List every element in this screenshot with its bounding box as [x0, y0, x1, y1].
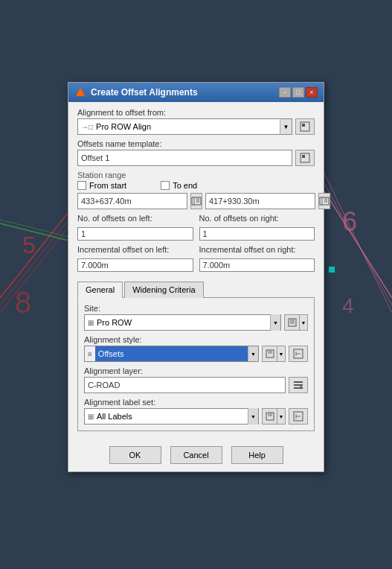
alignment-layer-section: Alignment layer:	[84, 366, 308, 393]
site-dropdown[interactable]: ⊞ Pro ROW ▼	[84, 314, 281, 331]
no-left-label: No. of offsets on left:	[77, 214, 193, 223]
tab-general-content: Site: ⊞ Pro ROW ▼	[77, 298, 315, 431]
svg-text:8: 8	[15, 286, 31, 319]
help-button[interactable]: Help	[231, 446, 283, 464]
site-dropdown-arrow[interactable]: ▼	[270, 314, 280, 331]
site-value: Pro ROW	[97, 318, 270, 327]
inc-left-input[interactable]	[77, 258, 193, 272]
svg-rect-14	[329, 267, 335, 273]
title-bar: Create Offset Alignments − □ ×	[68, 83, 324, 102]
site-btn-group: ▼	[284, 314, 308, 331]
to-end-checkbox[interactable]	[161, 181, 170, 190]
offsets-name-pick-btn[interactable]	[295, 150, 315, 166]
tab-general[interactable]: General	[77, 282, 123, 298]
site-edit-drop[interactable]: ▼	[299, 314, 308, 331]
station-checkboxes: From start To end	[77, 181, 315, 190]
no-right-label: No. of offsets on right:	[199, 214, 315, 223]
minimize-button[interactable]: −	[279, 87, 291, 98]
svg-rect-17	[302, 124, 305, 127]
alignment-label: Alignment to offset from:	[77, 108, 315, 117]
alignment-style-drop[interactable]: ▼	[277, 346, 286, 362]
alignment-row: →□ Pro ROW Align ▼	[77, 118, 315, 135]
alignment-value: Pro ROW Align	[96, 122, 280, 131]
alignment-label-set-section: Alignment label set: ⊞ All Labels ▼	[84, 398, 308, 425]
inc-right-col: Incremental offset on right:	[199, 245, 315, 272]
app-icon	[74, 86, 86, 98]
close-button[interactable]: ×	[306, 87, 318, 98]
dialog-buttons-row: OK Cancel Help	[68, 440, 324, 471]
label-set-arrow[interactable]: ▼	[248, 408, 258, 425]
alignment-dropdown-arrow[interactable]: ▼	[280, 118, 292, 135]
num-offsets-row: No. of offsets on left: No. of offsets o…	[77, 214, 315, 241]
to-end-label: To end	[173, 181, 197, 190]
window-controls: − □ ×	[279, 87, 318, 98]
alignment-style-arrow[interactable]: ▼	[248, 346, 258, 362]
svg-rect-25	[320, 197, 329, 205]
to-end-item: To end	[161, 181, 197, 190]
alignment-style-value: Offsets	[95, 346, 248, 361]
alignment-label-set-dropdown[interactable]: ⊞ All Labels ▼	[84, 408, 259, 425]
alignment-label-set-label: Alignment label set:	[84, 398, 308, 407]
alignment-style-edit-btn[interactable]	[262, 346, 277, 362]
inc-left-col: Incremental offset on left:	[77, 245, 193, 272]
svg-rect-41	[294, 384, 303, 386]
inc-left-label: Incremental offset on left:	[77, 245, 193, 254]
alignment-dropdown[interactable]: →□ Pro ROW Align ▼	[77, 118, 292, 135]
alignment-style-section: Alignment style: ≡ Offsets ▼	[84, 335, 308, 362]
alignment-style-row: ≡ Offsets ▼	[84, 346, 308, 362]
svg-text:5: 5	[22, 232, 36, 258]
alignment-layer-btn[interactable]	[289, 377, 308, 393]
alignment-section: Alignment to offset from: →□ Pro ROW Ali…	[77, 108, 315, 135]
station-start-btn[interactable]	[190, 193, 202, 209]
station-end-btn[interactable]	[318, 193, 330, 209]
svg-rect-20	[192, 197, 201, 205]
offsets-name-input[interactable]	[77, 150, 292, 166]
alignment-label-set-value: All Labels	[97, 412, 248, 421]
label-set-drop[interactable]: ▼	[277, 408, 286, 425]
tabs-area: General Widening Criteria Site: ⊞ Pro RO…	[77, 278, 315, 434]
alignment-layer-input[interactable]	[84, 377, 286, 393]
dialog-title: Create Offset Alignments	[91, 87, 198, 98]
station-start-input[interactable]	[77, 193, 187, 209]
station-range-label: Station range	[77, 171, 315, 179]
alignment-style-dropdown[interactable]: ≡ Offsets ▼	[84, 346, 259, 362]
site-row: ⊞ Pro ROW ▼	[84, 314, 308, 331]
inc-offset-row: Incremental offset on left: Incremental …	[77, 245, 315, 272]
svg-rect-34	[266, 350, 274, 357]
station-range-section: Station range From start To end	[77, 171, 315, 209]
no-right-input[interactable]	[199, 227, 315, 241]
from-start-checkbox[interactable]	[77, 181, 86, 190]
dialog-content: Alignment to offset from: →□ Pro ROW Ali…	[68, 102, 324, 440]
cancel-button[interactable]: Cancel	[170, 446, 222, 464]
maximize-button[interactable]: □	[292, 87, 304, 98]
tab-widening[interactable]: Widening Criteria	[124, 282, 203, 298]
tab-bar: General Widening Criteria	[77, 281, 315, 298]
label-set-info-btn[interactable]	[289, 408, 308, 425]
svg-rect-19	[302, 155, 305, 158]
svg-marker-15	[76, 88, 85, 96]
num-offsets-right-col: No. of offsets on right:	[199, 214, 315, 241]
alignment-pick-btn[interactable]	[295, 118, 315, 135]
station-inputs-row	[77, 193, 315, 209]
from-start-label: From start	[89, 181, 126, 190]
site-edit-btn[interactable]	[284, 314, 299, 331]
inc-right-label: Incremental offset on right:	[199, 245, 315, 254]
label-set-edit-btn[interactable]	[262, 408, 277, 425]
ok-button[interactable]: OK	[109, 446, 161, 464]
offsets-name-section: Offsets name template:	[77, 139, 315, 166]
alignment-label-set-row: ⊞ All Labels ▼	[84, 408, 308, 425]
inc-right-input[interactable]	[199, 258, 315, 272]
alignment-style-info-btn[interactable]	[289, 346, 308, 362]
svg-rect-30	[289, 319, 296, 326]
alignment-style-edit-group: ▼	[262, 346, 286, 362]
no-left-input[interactable]	[77, 227, 193, 241]
num-offsets-left-col: No. of offsets on left:	[77, 214, 193, 241]
alignment-layer-label: Alignment layer:	[84, 366, 308, 375]
offsets-name-label: Offsets name template:	[77, 139, 315, 148]
site-section: Site: ⊞ Pro ROW ▼	[84, 304, 308, 331]
offsets-name-row	[77, 150, 315, 166]
create-offset-dialog: Create Offset Alignments − □ × Alignment…	[68, 82, 324, 472]
station-end-input[interactable]	[205, 193, 315, 209]
svg-rect-44	[266, 413, 274, 420]
alignment-layer-row	[84, 377, 308, 393]
